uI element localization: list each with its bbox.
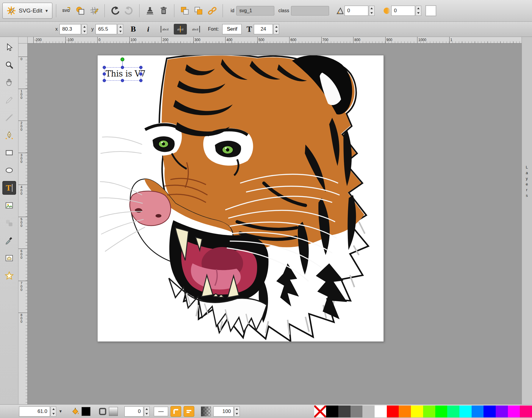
delete-button[interactable] [157,4,170,18]
zoom-spin-up-button[interactable] [51,407,56,411]
selection-handle-ne[interactable] [139,66,143,69]
bold-button[interactable]: B [127,23,139,35]
selection-handle-n[interactable] [121,66,124,69]
palette-swatch[interactable] [338,405,351,417]
path-tool-button[interactable] [2,128,16,142]
zoom-control: 61.0 ▼ [19,406,62,417]
document-properties-button[interactable] [73,4,87,18]
palette-swatch[interactable] [508,405,520,417]
palette-swatch-none[interactable] [314,405,326,417]
blur-input[interactable]: 0 [391,6,415,16]
selection-handle-nw[interactable] [103,66,106,69]
linejoin-button[interactable] [170,406,181,417]
linecap-button[interactable] [184,406,194,417]
redo-button[interactable] [122,4,136,18]
opacity-spin-up-button[interactable] [234,407,240,411]
move-to-bottom-button[interactable] [178,4,192,18]
italic-button[interactable]: i [142,23,154,35]
zoom-input[interactable]: 61.0 [19,406,50,417]
selection-handle-e[interactable] [139,72,143,76]
id-input[interactable]: svg_1 [236,6,274,15]
opacity-spin-down-button[interactable] [234,411,240,416]
text-anchor-start-button[interactable]: abcd [159,24,172,35]
palette-swatch[interactable] [362,405,375,417]
layers-panel-tab[interactable]: Layers [522,37,532,404]
ellipse-tool-button[interactable] [2,163,16,177]
rect-tool-button[interactable] [2,146,16,160]
zoom-tool-button[interactable] [2,58,16,72]
palette-swatch[interactable] [411,405,423,417]
undo-button[interactable] [108,4,122,18]
x-input[interactable]: 80.3 [60,24,81,34]
star-tool-button[interactable] [2,269,16,283]
x-spin-down-button[interactable] [82,29,87,34]
text-anchor-middle-button[interactable]: abcd [174,24,187,35]
palette-swatch[interactable] [399,405,411,417]
workspace[interactable]: This is V7 [28,43,522,404]
class-input[interactable] [291,6,329,15]
editor-preferences-button[interactable] [87,4,101,18]
pencil-tool-button[interactable] [2,93,16,107]
font-size-spin-down-button[interactable] [274,29,279,34]
text-context-toolbar: x 80.3 y 65.5 B i abcd abcd abcd [0,22,532,37]
palette-swatch[interactable] [326,405,338,417]
zoom-spin-down-button[interactable] [51,411,56,416]
main-menu-button[interactable]: SVG-Edit ▼ [2,3,52,19]
stroke-dash-select[interactable]: — [154,407,168,416]
clone-button[interactable] [143,4,157,18]
line-tool-button[interactable] [2,111,16,124]
eyedropper-tool-button[interactable] [2,234,16,247]
source-editor-button[interactable]: SVG [60,4,73,18]
library-button[interactable] [2,251,16,265]
shape-library-button[interactable] [2,216,16,230]
background-color-swatch[interactable] [425,5,436,16]
tiger-artwork[interactable] [98,55,384,341]
text-anchor-end-button[interactable]: abcd [189,24,202,35]
y-input[interactable]: 65.5 [96,24,117,34]
angle-spin-down-button[interactable] [369,11,374,15]
palette-swatch[interactable] [472,405,484,417]
palette-swatch[interactable] [459,405,472,417]
y-spin-up-button[interactable] [118,24,123,29]
stroke-width-spin-down-button[interactable] [144,411,149,416]
blur-spin-down-button[interactable] [416,11,421,15]
selection-handle-sw[interactable] [103,79,106,82]
text-tool-icon: T [6,183,11,193]
selection-handle-w[interactable] [103,72,106,76]
canvas-page[interactable]: This is V7 [97,55,384,342]
text-tool-button[interactable]: T [2,181,16,195]
x-spin-up-button[interactable] [82,24,87,29]
angle-spin-up-button[interactable] [369,6,374,11]
rotation-handle[interactable] [121,57,124,61]
zoom-dropdown-icon[interactable]: ▼ [59,409,62,414]
palette-swatch[interactable] [351,405,363,417]
palette-swatch[interactable] [423,405,435,417]
opacity-input[interactable]: 100 [213,406,234,417]
linecap-icon [185,408,193,415]
palette-swatch[interactable] [375,405,387,417]
y-spin-down-button[interactable] [118,29,123,34]
stroke-width-input[interactable]: 0 [124,406,143,417]
make-link-button[interactable] [205,4,219,18]
palette-swatch[interactable] [387,405,399,417]
stroke-width-spin-up-button[interactable] [144,407,149,411]
toolbar-separator [104,4,105,17]
palette-swatch[interactable] [520,405,532,417]
pan-tool-button[interactable] [2,76,16,89]
palette-swatch[interactable] [484,405,496,417]
fill-color-swatch[interactable] [82,407,90,416]
move-to-top-button[interactable] [192,4,205,18]
stroke-color-swatch[interactable] [109,407,118,416]
select-tool-button[interactable] [2,40,16,54]
font-family-button[interactable]: Serif [222,24,242,34]
blur-spin-up-button[interactable] [416,6,421,11]
image-tool-button[interactable] [2,199,16,212]
palette-swatch[interactable] [496,405,508,417]
palette-swatch[interactable] [447,405,459,417]
selection-handle-s[interactable] [121,79,124,82]
font-size-input[interactable]: 24 [254,24,273,34]
palette-swatch[interactable] [435,405,447,417]
font-size-spin-up-button[interactable] [274,24,279,29]
angle-input[interactable]: 0 [345,6,368,16]
selection-handle-se[interactable] [139,79,143,82]
